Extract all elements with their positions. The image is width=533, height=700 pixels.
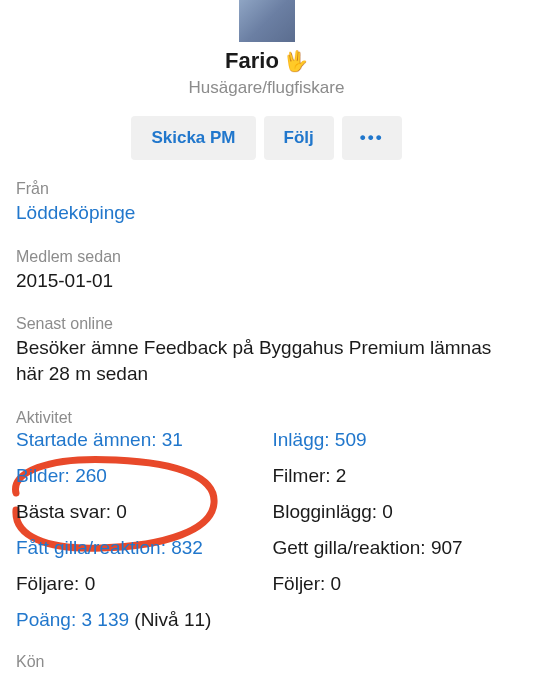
info-section: Från Löddeköpinge Medlem sedan 2015-01-0… <box>0 180 533 671</box>
from-label: Från <box>16 180 517 198</box>
activity-label: Aktivitet <box>16 409 517 427</box>
posts[interactable]: Inlägg: 509 <box>273 429 518 451</box>
from-value[interactable]: Löddeköpinge <box>16 200 517 226</box>
profile-header: Fario 🖖 Husägare/flugfiskare Skicka PM F… <box>0 0 533 180</box>
user-tagline: Husägare/flugfiskare <box>189 78 345 98</box>
images[interactable]: Bilder: 260 <box>16 465 261 487</box>
videos: Filmer: 2 <box>273 465 518 487</box>
last-online-block: Senast online Besöker ämne Feedback på B… <box>16 315 517 386</box>
more-button[interactable]: ••• <box>342 116 402 160</box>
avatar[interactable] <box>239 0 295 42</box>
from-block: Från Löddeköpinge <box>16 180 517 226</box>
send-pm-button[interactable]: Skicka PM <box>131 116 255 160</box>
given-likes: Gett gilla/reaktion: 907 <box>273 537 518 559</box>
action-buttons: Skicka PM Följ ••• <box>131 116 401 160</box>
started-topics[interactable]: Startade ämnen: 31 <box>16 429 261 451</box>
points-value: Poäng: 3 139 <box>16 609 129 630</box>
blog-posts: Blogginlägg: 0 <box>273 501 518 523</box>
best-answers: Bästa svar: 0 <box>16 501 261 523</box>
last-online-value: Besöker ämne Feedback på Byggahus Premiu… <box>16 335 517 386</box>
points[interactable]: Poäng: 3 139 (Nivå 11) <box>16 609 261 631</box>
last-online-label: Senast online <box>16 315 517 333</box>
username-row: Fario 🖖 <box>225 48 308 74</box>
username: Fario <box>225 48 279 74</box>
member-since-value: 2015-01-01 <box>16 268 517 294</box>
activity-grid: Startade ämnen: 31 Inlägg: 509 Bilder: 2… <box>16 429 517 631</box>
follow-button[interactable]: Följ <box>264 116 334 160</box>
following: Följer: 0 <box>273 573 518 595</box>
member-since-label: Medlem sedan <box>16 248 517 266</box>
received-likes[interactable]: Fått gilla/reaktion: 832 <box>16 537 261 559</box>
points-level: (Nivå 11) <box>129 609 211 630</box>
gender-label: Kön <box>16 653 517 671</box>
vulcan-salute-icon: 🖖 <box>283 49 308 73</box>
followers: Följare: 0 <box>16 573 261 595</box>
gender-block: Kön <box>16 653 517 671</box>
member-since-block: Medlem sedan 2015-01-01 <box>16 248 517 294</box>
activity-block: Aktivitet Startade ämnen: 31 Inlägg: 509… <box>16 409 517 631</box>
